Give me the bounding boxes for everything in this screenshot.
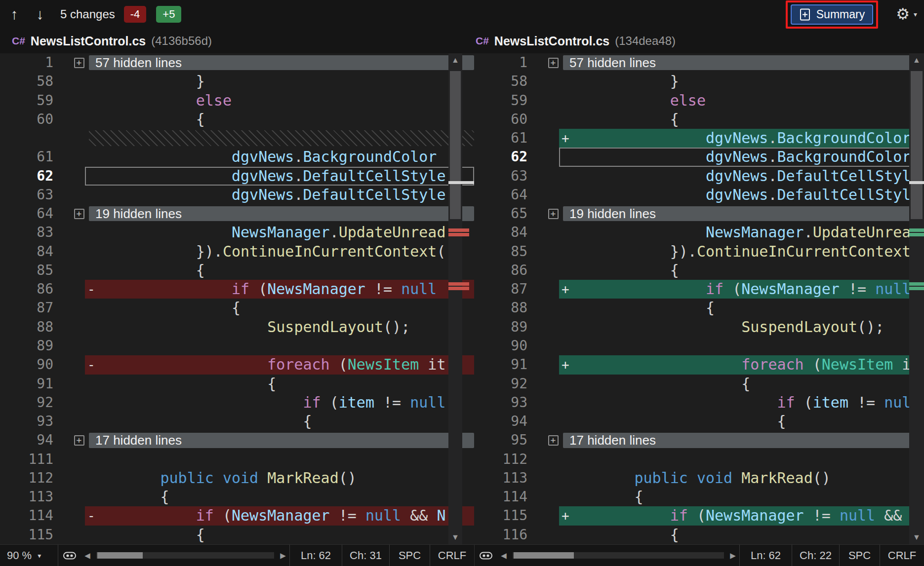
code-line: dgvNews.BackgroundColor [559, 148, 924, 166]
code-line: { [85, 299, 474, 317]
code-content[interactable]: + dgvNews.BackgroundColor [559, 129, 924, 148]
code-content[interactable]: { [559, 110, 924, 129]
code-content[interactable]: { [85, 261, 474, 280]
code-content[interactable]: dgvNews.DefaultCellStyle [559, 186, 924, 204]
fold-expand-icon[interactable]: + [548, 58, 559, 68]
code-content[interactable]: NewsManager.UpdateUnread [559, 223, 924, 242]
scrollbar-down-button[interactable]: ▼ [909, 532, 924, 543]
code-content[interactable]: { [559, 412, 924, 431]
code-content[interactable]: } [85, 72, 474, 91]
code-line: SuspendLayout(); [559, 318, 924, 337]
code-row: 63 dgvNews.DefaultCellStyle [474, 167, 924, 186]
code-content[interactable]: dgvNews.BackgroundColor [85, 148, 474, 166]
settings-dropdown-icon[interactable]: ▾ [914, 10, 917, 18]
code-content[interactable]: else [559, 91, 924, 110]
hidden-lines-bar[interactable]: 19 hidden lines [89, 206, 474, 221]
code-content[interactable]: { [85, 488, 474, 506]
code-line: { [85, 526, 474, 544]
hscroll-track[interactable] [96, 552, 274, 559]
code-line: { [85, 375, 474, 393]
code-content[interactable]: }).ContinueInCurrentContext( [85, 242, 474, 261]
hidden-lines-content[interactable]: 19 hidden lines [559, 204, 924, 223]
code-content[interactable]: dgvNews.DefaultCellStyle [85, 167, 474, 186]
fold-column: + [547, 204, 559, 223]
code-content[interactable]: } [559, 72, 924, 91]
hidden-lines-bar[interactable]: 57 hidden lines [563, 55, 924, 70]
code-content[interactable]: SuspendLayout(); [85, 318, 474, 337]
scrollbar-down-button[interactable]: ▼ [448, 532, 462, 543]
hidden-lines-bar[interactable]: 19 hidden lines [563, 206, 924, 221]
fold-column [547, 72, 559, 91]
code-content[interactable]: }).ContinueInCurrentContext( [559, 242, 924, 261]
code-content[interactable]: - foreach (NewsItem it [85, 355, 474, 374]
code-content[interactable]: + if (NewsManager != null && N [559, 506, 924, 525]
hscroll-left-button[interactable]: ◀ [497, 551, 510, 560]
zoom-select[interactable]: 90 % ▾ [0, 545, 58, 566]
code-content[interactable] [559, 450, 924, 469]
next-change-button[interactable]: ↓ [32, 0, 48, 29]
code-content[interactable] [85, 450, 474, 469]
copilot-icon[interactable] [475, 550, 497, 561]
hscroll-left-button[interactable]: ◀ [81, 551, 94, 560]
hscroll-thumb[interactable] [97, 552, 143, 559]
scrollbar-up-button[interactable]: ▲ [909, 55, 924, 66]
code-content[interactable]: dgvNews.DefaultCellStyle [85, 186, 474, 204]
code-content[interactable]: - if (NewsManager != null && N [85, 506, 474, 525]
fold-expand-icon[interactable]: + [74, 435, 84, 446]
fold-expand-icon[interactable]: + [548, 435, 559, 446]
hidden-lines-content[interactable]: 57 hidden lines [559, 53, 924, 72]
scrollbar-left[interactable]: ▲ ▼ [448, 53, 474, 544]
code-content[interactable]: { [85, 375, 474, 393]
code-content[interactable]: { [559, 375, 924, 393]
hidden-lines-content[interactable]: 17 hidden lines [85, 431, 474, 450]
hscroll-right-button[interactable]: ▶ [726, 551, 739, 560]
line-number: 84 [474, 223, 547, 242]
fold-column [73, 91, 85, 110]
gear-icon[interactable]: ⚙ [896, 0, 910, 29]
code-content[interactable]: { [559, 526, 924, 544]
hscroll-thumb[interactable] [514, 552, 574, 559]
scrollbar-thumb[interactable] [911, 71, 923, 219]
hidden-lines-content[interactable]: 17 hidden lines [559, 431, 924, 450]
hscroll-track[interactable] [513, 552, 724, 559]
code-content[interactable]: SuspendLayout(); [559, 318, 924, 337]
code-content[interactable]: { [559, 299, 924, 317]
fold-expand-icon[interactable]: + [74, 58, 84, 68]
code-content[interactable]: public void MarkRead() [559, 469, 924, 488]
ruler-change-mark [448, 228, 469, 232]
hidden-lines-content[interactable]: 57 hidden lines [85, 53, 474, 72]
code-content[interactable]: dgvNews.DefaultCellStyle [559, 167, 924, 186]
code-content[interactable]: { [85, 412, 474, 431]
code-content[interactable]: - if (NewsManager != null [85, 280, 474, 299]
code-content[interactable]: else [85, 91, 474, 110]
hscroll-right-button[interactable]: ▶ [277, 551, 289, 560]
fold-expand-icon[interactable]: + [548, 209, 559, 219]
code-content[interactable] [85, 337, 474, 355]
scrollbar-right[interactable]: ▲ ▼ [909, 53, 924, 544]
fold-expand-icon[interactable]: + [74, 209, 84, 219]
code-content[interactable]: dgvNews.BackgroundColor [559, 148, 924, 166]
code-content[interactable]: NewsManager.UpdateUnread [85, 223, 474, 242]
hidden-lines-content[interactable]: 19 hidden lines [85, 204, 474, 223]
hidden-lines-bar[interactable]: 57 hidden lines [89, 55, 474, 70]
summary-button[interactable]: Summary [791, 4, 873, 25]
code-content[interactable]: if (item != null [559, 393, 924, 412]
line-number: 93 [0, 412, 73, 431]
scrollbar-up-button[interactable]: ▲ [448, 55, 462, 66]
ruler-change-mark [448, 282, 469, 286]
code-content[interactable]: { [559, 488, 924, 506]
code-content[interactable]: { [559, 261, 924, 280]
code-content[interactable]: public void MarkRead() [85, 469, 474, 488]
copilot-icon[interactable] [58, 550, 81, 561]
hidden-lines-bar[interactable]: 17 hidden lines [563, 433, 924, 448]
hidden-lines-bar[interactable]: 17 hidden lines [89, 433, 474, 448]
code-content[interactable]: { [85, 526, 474, 544]
scrollbar-thumb[interactable] [450, 71, 461, 219]
code-content[interactable]: + if (NewsManager != null [559, 280, 924, 299]
previous-change-button[interactable]: ↑ [6, 0, 23, 29]
code-content[interactable]: if (item != null [85, 393, 474, 412]
code-content[interactable]: { [85, 110, 474, 129]
code-content[interactable]: + foreach (NewsItem it [559, 355, 924, 374]
code-content[interactable]: { [85, 299, 474, 317]
code-content[interactable] [559, 337, 924, 355]
